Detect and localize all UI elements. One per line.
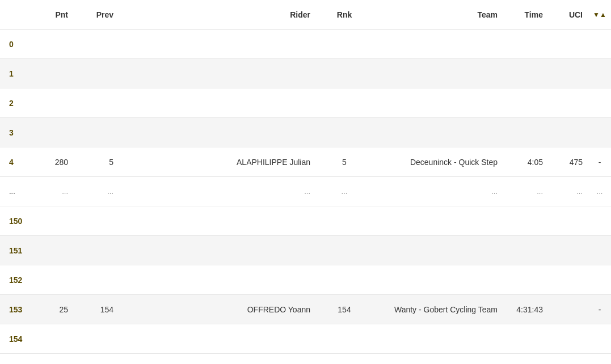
row-rider: OFFREDO Yoann: [125, 305, 327, 314]
header-rider[interactable]: Rider: [125, 10, 327, 19]
table-row: 150: [0, 206, 611, 236]
ellipsis-rank: ...: [0, 187, 34, 196]
table-row: 154: [0, 324, 611, 354]
table-row: 152: [0, 265, 611, 295]
row-rank: 0: [0, 40, 34, 49]
table-row: 3: [0, 118, 611, 147]
row-uci: 475: [554, 158, 588, 167]
ellipsis-rider: ...: [125, 187, 327, 196]
table-header: Pnt Prev Rider Rnk Team Time UCI ▼▲: [0, 0, 611, 29]
header-uci[interactable]: UCI: [554, 10, 588, 19]
row-team: Deceuninck - Quick Step: [361, 158, 509, 167]
ellipsis-change: ...: [588, 187, 611, 196]
table-row: 2: [0, 88, 611, 118]
table-row: 153 25 154 OFFREDO Yoann 154 Wanty - Gob…: [0, 295, 611, 324]
row-rnk: 5: [327, 158, 361, 167]
header-prev[interactable]: Prev: [79, 10, 125, 19]
row-rank: 154: [0, 335, 34, 344]
table-row: 151: [0, 236, 611, 265]
sort-icon[interactable]: ▼▲: [588, 11, 611, 19]
row-prev: 154: [79, 305, 125, 314]
row-rank: 153: [0, 305, 34, 314]
header-rnk[interactable]: Rnk: [327, 10, 361, 19]
row-change: -: [588, 158, 611, 167]
row-rnk: 154: [327, 305, 361, 314]
row-rank: 152: [0, 276, 34, 285]
ellipsis-row: ... ... ... ... ... ... ... ... ...: [0, 177, 611, 206]
ellipsis-team: ...: [361, 187, 509, 196]
table-row: 0: [0, 29, 611, 59]
ellipsis-pnt: ...: [34, 187, 79, 196]
ellipsis-prev: ...: [79, 187, 125, 196]
header-time[interactable]: Time: [509, 10, 554, 19]
table-row: 4 280 5 ALAPHILIPPE Julian 5 Deceuninck …: [0, 147, 611, 177]
row-pnt: 280: [34, 158, 79, 167]
ellipsis-time: ...: [509, 187, 554, 196]
row-rank: 3: [0, 128, 34, 137]
row-time: 4:31:43: [509, 305, 554, 314]
row-rider: ALAPHILIPPE Julian: [125, 158, 327, 167]
row-change: -: [588, 305, 611, 314]
row-rank: 151: [0, 246, 34, 255]
row-time: 4:05: [509, 158, 554, 167]
row-rank: 150: [0, 217, 34, 226]
row-rank: 2: [0, 99, 34, 108]
row-pnt: 25: [34, 305, 79, 314]
row-team: Wanty - Gobert Cycling Team: [361, 305, 509, 314]
header-team[interactable]: Team: [361, 10, 509, 19]
row-rank: 1: [0, 69, 34, 78]
header-pnt[interactable]: Pnt: [34, 10, 79, 19]
table-row: 1: [0, 59, 611, 88]
ellipsis-rnk: ...: [327, 187, 361, 196]
row-rank: 4: [0, 158, 34, 167]
row-prev: 5: [79, 158, 125, 167]
ellipsis-uci: ...: [554, 187, 588, 196]
rankings-table: Pnt Prev Rider Rnk Team Time UCI ▼▲ 0 1 …: [0, 0, 611, 354]
